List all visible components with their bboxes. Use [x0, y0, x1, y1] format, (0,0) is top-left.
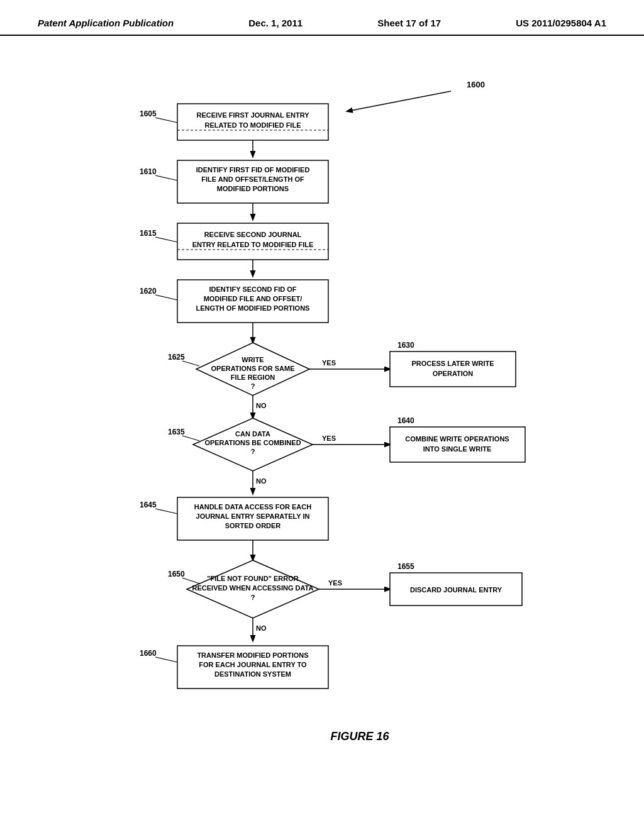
svg-line-80	[155, 657, 177, 662]
svg-text:?: ?	[251, 448, 255, 455]
svg-line-46	[182, 436, 199, 441]
svg-text:FIGURE 16: FIGURE 16	[330, 730, 389, 743]
svg-text:OPERATIONS FOR SAME: OPERATIONS FOR SAME	[211, 365, 294, 372]
svg-text:1650: 1650	[168, 570, 185, 578]
svg-rect-75	[390, 573, 522, 606]
svg-text:1625: 1625	[168, 353, 185, 362]
svg-text:INTO SINGLE WRITE: INTO SINGLE WRITE	[423, 445, 492, 453]
svg-text:1630: 1630	[397, 341, 414, 350]
svg-text:HANDLE DATA ACCESS FOR EACH: HANDLE DATA ACCESS FOR EACH	[194, 503, 311, 511]
svg-rect-40	[390, 351, 516, 387]
svg-text:CAN DATA: CAN DATA	[235, 430, 270, 438]
svg-line-67	[182, 578, 201, 584]
svg-rect-25	[177, 280, 328, 323]
svg-rect-81	[177, 646, 328, 689]
svg-line-24	[155, 295, 177, 300]
svg-text:NO: NO	[256, 402, 267, 409]
svg-text:YES: YES	[328, 579, 342, 587]
svg-text:1645: 1645	[140, 501, 157, 509]
svg-text:PROCESS LATER WRITE: PROCESS LATER WRITE	[411, 360, 494, 367]
svg-text:OPERATION: OPERATION	[433, 370, 474, 377]
svg-text:IDENTIFY SECOND FID OF: IDENTIFY SECOND FID OF	[209, 285, 296, 293]
header-sheet: Sheet 17 of 17	[377, 18, 441, 28]
svg-rect-54	[390, 427, 525, 462]
header-publication: Patent Application Publication	[38, 18, 174, 28]
svg-text:FOR EACH JOURNAL ENTRY TO: FOR EACH JOURNAL ENTRY TO	[199, 661, 307, 668]
svg-rect-4	[177, 104, 328, 140]
svg-text:1600: 1600	[467, 80, 485, 89]
svg-text:1660: 1660	[140, 649, 157, 658]
svg-text:RECEIVE FIRST JOURNAL ENTRY: RECEIVE FIRST JOURNAL ENTRY	[196, 111, 309, 119]
svg-line-17	[155, 237, 177, 242]
svg-text:FILE AND OFFSET/LENGTH OF: FILE AND OFFSET/LENGTH OF	[201, 175, 304, 183]
svg-text:JOURNAL ENTRY SEPARATELY IN: JOURNAL ENTRY SEPARATELY IN	[196, 512, 310, 520]
svg-text:ENTRY RELATED TO MODIFIED FILE: ENTRY RELATED TO MODIFIED FILE	[192, 241, 314, 248]
page: Patent Application Publication Dec. 1, 2…	[0, 0, 644, 830]
svg-text:NO: NO	[256, 477, 267, 485]
svg-line-10	[155, 175, 177, 180]
header: Patent Application Publication Dec. 1, 2…	[0, 0, 644, 36]
svg-text:MODIFIED PORTIONS: MODIFIED PORTIONS	[217, 185, 289, 192]
svg-text:1615: 1615	[140, 229, 157, 238]
svg-text:SORTED ORDER: SORTED ORDER	[225, 522, 281, 529]
header-date: Dec. 1, 2011	[248, 18, 303, 28]
svg-marker-32	[196, 343, 309, 396]
svg-line-1	[347, 91, 451, 111]
svg-text:MODIFIED FILE AND OFFSET/: MODIFIED FILE AND OFFSET/	[204, 295, 303, 302]
svg-line-60	[155, 509, 177, 514]
svg-text:?: ?	[251, 594, 255, 601]
svg-text:WRITE: WRITE	[242, 356, 264, 363]
svg-text:RECEIVE SECOND JOURNAL: RECEIVE SECOND JOURNAL	[204, 231, 302, 238]
svg-text:?: ?	[251, 382, 255, 390]
svg-marker-68	[187, 560, 319, 618]
svg-text:LENGTH OF MODIFIED PORTIONS: LENGTH OF MODIFIED PORTIONS	[196, 304, 310, 312]
svg-text:COMBINE WRITE OPERATIONS: COMBINE WRITE OPERATIONS	[405, 435, 509, 443]
svg-text:1605: 1605	[140, 109, 157, 118]
svg-text:1610: 1610	[140, 167, 157, 176]
svg-text:1640: 1640	[397, 416, 414, 425]
svg-text:1620: 1620	[140, 287, 157, 296]
svg-marker-47	[193, 418, 313, 471]
svg-text:YES: YES	[322, 434, 336, 442]
svg-text:FILE REGION: FILE REGION	[231, 374, 275, 381]
svg-rect-61	[177, 497, 328, 540]
svg-text:NO: NO	[256, 624, 267, 632]
svg-text:1635: 1635	[168, 428, 185, 436]
svg-rect-11	[177, 160, 328, 203]
svg-line-31	[182, 361, 199, 366]
diagram: 1600 1605 RECEIVE FIRST JOURNAL ENTRY RE…	[77, 48, 643, 778]
svg-text:OPERATIONS BE COMBINED: OPERATIONS BE COMBINED	[204, 439, 301, 446]
svg-text:"FILE NOT FOUND" ERROR: "FILE NOT FOUND" ERROR	[207, 575, 299, 582]
svg-text:RELATED TO MODIFIED FILE: RELATED TO MODIFIED FILE	[205, 121, 301, 129]
svg-text:YES: YES	[322, 359, 336, 367]
svg-text:DISCARD JOURNAL ENTRY: DISCARD JOURNAL ENTRY	[410, 586, 502, 594]
svg-text:TRANSFER MODIFIED PORTIONS: TRANSFER MODIFIED PORTIONS	[197, 651, 308, 659]
svg-rect-18	[177, 223, 328, 260]
svg-line-3	[155, 118, 177, 123]
svg-text:DESTINATION SYSTEM: DESTINATION SYSTEM	[214, 670, 291, 678]
svg-text:1655: 1655	[397, 562, 414, 571]
header-patent: US 2011/0295804 A1	[516, 18, 606, 28]
svg-text:RECEIVED WHEN ACCESSING DATA: RECEIVED WHEN ACCESSING DATA	[192, 584, 314, 592]
svg-text:IDENTIFY FIRST FID OF MODIFIED: IDENTIFY FIRST FID OF MODIFIED	[196, 166, 310, 174]
